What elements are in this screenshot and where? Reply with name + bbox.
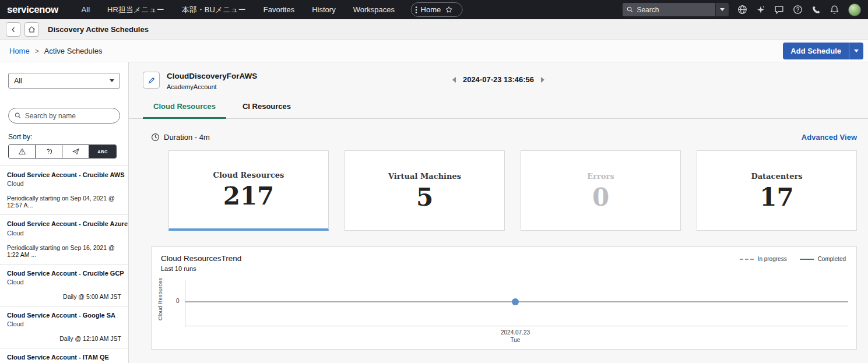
global-search-box bbox=[623, 3, 715, 16]
pencil-icon bbox=[147, 76, 156, 84]
schedule-title: Cloud Service Account - ITAM QE bbox=[7, 353, 121, 361]
phone-icon[interactable] bbox=[811, 5, 821, 15]
schedule-list: Cloud Service Account - Crucible AWS Clo… bbox=[0, 165, 128, 363]
breadcrumb-row: Home > Active Schedules Add Schedule bbox=[0, 40, 868, 62]
global-search-input[interactable] bbox=[637, 6, 711, 14]
nav-item-all[interactable]: All bbox=[82, 5, 90, 14]
add-schedule-button[interactable]: Add Schedule bbox=[783, 43, 849, 59]
sort-by-label: Sort by: bbox=[8, 133, 120, 141]
legend-in-progress[interactable]: In progress bbox=[740, 256, 787, 262]
ai-sparkle-icon[interactable] bbox=[756, 5, 765, 15]
home-pill-button[interactable]: Home bbox=[411, 2, 463, 17]
chevron-right-icon bbox=[541, 77, 544, 83]
chart-x-axis bbox=[185, 326, 848, 326]
filter-selected-value: All bbox=[14, 77, 22, 85]
previous-run-button[interactable] bbox=[452, 77, 456, 83]
x-tick-weekday: Tue bbox=[501, 337, 530, 344]
warning-triangle-icon bbox=[18, 147, 26, 156]
search-icon bbox=[15, 112, 22, 119]
help-icon[interactable] bbox=[793, 5, 803, 15]
list-item[interactable]: Cloud Service Account - Crucible GCP Clo… bbox=[0, 265, 128, 306]
nav-item-history[interactable]: History bbox=[312, 5, 335, 14]
nav-menu: All HR担当メニュー 本部・BUメニュー Favorites History… bbox=[82, 5, 420, 15]
tab-ci-resources[interactable]: CI Resources bbox=[232, 95, 301, 118]
breadcrumb-home-link[interactable]: Home bbox=[9, 47, 30, 55]
top-nav: servicenow All HR担当メニュー 本部・BUメニュー Favori… bbox=[0, 0, 868, 19]
schedule-title: Cloud Service Account - Crucible AWS bbox=[7, 171, 121, 179]
record-title: CloudDiscoveryForAWS bbox=[167, 72, 257, 80]
nav-item-bu-menu[interactable]: 本部・BUメニュー bbox=[182, 5, 246, 15]
search-scope-caret[interactable] bbox=[715, 3, 729, 16]
chat-icon[interactable] bbox=[774, 5, 784, 15]
main-layout: All Sort by: bbox=[0, 62, 868, 363]
back-button[interactable] bbox=[6, 22, 20, 37]
chevron-down-icon bbox=[110, 79, 114, 82]
legend-label: Completed bbox=[818, 256, 846, 262]
avatar[interactable] bbox=[848, 3, 861, 16]
schedule-recurrence: Daily @ 12:10 AM JST bbox=[7, 335, 121, 342]
global-search bbox=[623, 3, 729, 16]
schedule-recurrence: Daily @ 5:00 AM JST bbox=[7, 293, 121, 300]
chevron-left-icon bbox=[10, 26, 17, 33]
nav-item-favorites[interactable]: Favorites bbox=[263, 5, 294, 14]
chevron-down-icon bbox=[854, 50, 859, 52]
bell-icon[interactable] bbox=[830, 5, 839, 15]
nav-item-hr-menu[interactable]: HR担当メニュー bbox=[107, 5, 164, 15]
stat-card-datacenters[interactable]: Datacenters 17 bbox=[697, 150, 857, 231]
record-header: CloudDiscoveryForAWS AcademyAccount 2024… bbox=[129, 62, 868, 90]
sort-by-name-button[interactable]: ABC bbox=[89, 145, 116, 158]
advanced-view-link[interactable]: Advanced View bbox=[802, 133, 857, 142]
list-item[interactable]: Cloud Service Account - ITAM QE Cloud Da… bbox=[0, 348, 128, 363]
sidebar-controls: All Sort by: bbox=[0, 62, 128, 158]
star-icon bbox=[445, 6, 452, 13]
stat-card-value: 0 bbox=[592, 185, 609, 210]
home-pill-label: Home bbox=[421, 5, 441, 14]
chart-legend: In progress Completed bbox=[740, 256, 846, 262]
sort-by-errors-button[interactable] bbox=[9, 145, 36, 158]
sidebar-search-input[interactable] bbox=[25, 112, 114, 120]
schedule-title: Cloud Service Account - Crucible GCP bbox=[7, 269, 121, 277]
list-item[interactable]: Cloud Service Account - Crucible AWS Clo… bbox=[0, 166, 128, 215]
dashed-line-swatch bbox=[740, 259, 754, 260]
schedule-type: Cloud bbox=[7, 180, 121, 187]
schedule-recurrence: Periodically starting on Sep 04, 2021 @ … bbox=[7, 195, 121, 209]
stat-card-label: Errors bbox=[587, 172, 614, 181]
chart-data-point[interactable] bbox=[512, 298, 519, 305]
servicenow-logo[interactable]: servicenow bbox=[7, 4, 58, 16]
sort-by-recent-button[interactable] bbox=[36, 145, 62, 158]
list-item[interactable]: Cloud Service Account - Google SA Cloud … bbox=[0, 306, 128, 348]
next-run-button[interactable] bbox=[541, 77, 544, 83]
stat-card-value: 5 bbox=[416, 185, 433, 210]
sort-by-launch-button[interactable] bbox=[62, 145, 89, 158]
page-title: Discovery Active Schedules bbox=[48, 25, 149, 34]
stat-card-virtual-machines[interactable]: Virtual Machines 5 bbox=[345, 150, 505, 231]
schedule-title: Cloud Service Account - Crucible Azure bbox=[7, 220, 121, 228]
cloud-resources-trend-chart: Cloud ResourcesTrend Last 10 runs In pro… bbox=[151, 246, 857, 350]
record-titles: CloudDiscoveryForAWS AcademyAccount bbox=[167, 72, 257, 90]
home-button[interactable] bbox=[24, 22, 39, 37]
globe-icon[interactable] bbox=[737, 5, 747, 15]
tab-cloud-resources[interactable]: Cloud Resources bbox=[143, 95, 226, 118]
stat-card-label: Datacenters bbox=[751, 172, 802, 181]
schedule-filter-select[interactable]: All bbox=[8, 73, 120, 89]
list-item[interactable]: Cloud Service Account - Crucible Azure C… bbox=[0, 215, 128, 264]
stat-card-value: 17 bbox=[760, 185, 793, 210]
stat-card-value: 217 bbox=[223, 184, 275, 209]
record-subtitle: AcademyAccount bbox=[167, 83, 257, 90]
breadcrumb-current: Active Schedules bbox=[44, 47, 103, 55]
schedule-type: Cloud bbox=[7, 279, 121, 286]
resource-tabs: Cloud Resources CI Resources bbox=[129, 95, 868, 119]
chevron-left-icon bbox=[452, 77, 456, 83]
breadcrumb-separator: > bbox=[35, 47, 39, 55]
add-schedule-caret[interactable] bbox=[849, 43, 863, 59]
schedules-sidebar: All Sort by: bbox=[0, 62, 129, 363]
stat-cards: Cloud Resources 217 Virtual Machines 5 E… bbox=[168, 150, 857, 231]
edit-schedule-button[interactable] bbox=[143, 72, 160, 89]
stat-card-errors[interactable]: Errors 0 bbox=[521, 150, 681, 231]
stat-card-cloud-resources[interactable]: Cloud Resources 217 bbox=[168, 150, 329, 231]
nav-item-workspaces[interactable]: Workspaces bbox=[353, 5, 395, 14]
page-title-bar: Discovery Active Schedules bbox=[0, 19, 868, 40]
chart-y-axis-label: Cloud Resources bbox=[157, 276, 163, 323]
legend-completed[interactable]: Completed bbox=[800, 256, 846, 262]
chart-x-tick: 2024.07.23 Tue bbox=[501, 329, 530, 344]
